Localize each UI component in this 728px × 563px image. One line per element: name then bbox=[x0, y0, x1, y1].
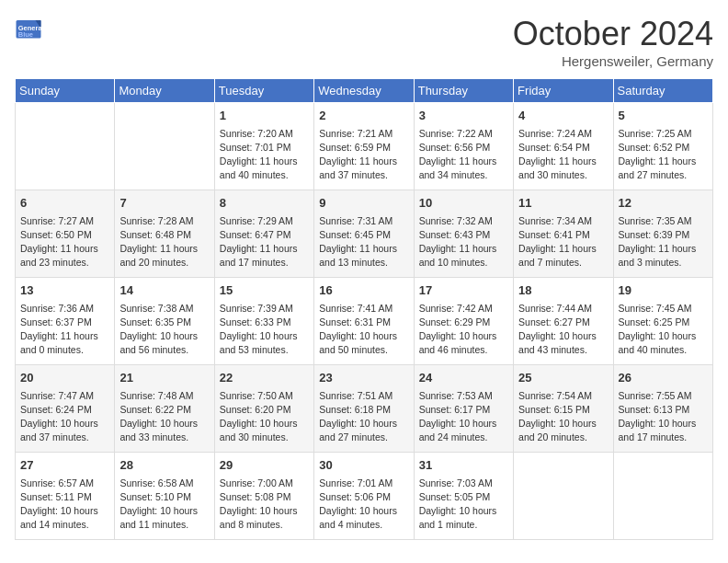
month-title: October 2024 bbox=[513, 15, 713, 53]
day-cell-19: 19Sunrise: 7:45 AMSunset: 6:25 PMDayligh… bbox=[613, 278, 712, 365]
day-cell-20: 20Sunrise: 7:47 AMSunset: 6:24 PMDayligh… bbox=[16, 365, 115, 453]
day-number-5: 5 bbox=[619, 107, 708, 125]
day-cell-18: 18Sunrise: 7:44 AMSunset: 6:27 PMDayligh… bbox=[514, 278, 613, 365]
day-number-8: 8 bbox=[220, 194, 309, 213]
weekday-wednesday: Wednesday bbox=[314, 79, 414, 103]
day-cell-17: 17Sunrise: 7:42 AMSunset: 6:29 PMDayligh… bbox=[414, 278, 513, 365]
week-row-2: 6Sunrise: 7:27 AMSunset: 6:50 PMDaylight… bbox=[16, 190, 713, 278]
calendar-header: SundayMondayTuesdayWednesdayThursdayFrid… bbox=[16, 79, 713, 103]
day-info-13: Sunrise: 7:36 AMSunset: 6:37 PMDaylight:… bbox=[20, 302, 109, 358]
day-cell-10: 10Sunrise: 7:32 AMSunset: 6:43 PMDayligh… bbox=[414, 190, 513, 278]
day-info-12: Sunrise: 7:35 AMSunset: 6:39 PMDaylight:… bbox=[619, 214, 708, 270]
day-number-25: 25 bbox=[518, 369, 608, 387]
page-header: General Blue October 2024 Hergensweiler,… bbox=[15, 15, 713, 69]
day-info-3: Sunrise: 7:22 AMSunset: 6:56 PMDaylight:… bbox=[419, 127, 508, 183]
day-cell-8: 8Sunrise: 7:29 AMSunset: 6:47 PMDaylight… bbox=[214, 190, 313, 278]
day-cell-11: 11Sunrise: 7:34 AMSunset: 6:41 PMDayligh… bbox=[514, 190, 613, 278]
day-cell-3: 3Sunrise: 7:22 AMSunset: 6:56 PMDaylight… bbox=[414, 103, 513, 190]
location: Hergensweiler, Germany bbox=[513, 53, 713, 69]
day-info-2: Sunrise: 7:21 AMSunset: 6:59 PMDaylight:… bbox=[319, 127, 408, 183]
day-number-18: 18 bbox=[518, 282, 608, 300]
day-cell-12: 12Sunrise: 7:35 AMSunset: 6:39 PMDayligh… bbox=[613, 190, 712, 278]
day-cell-9: 9Sunrise: 7:31 AMSunset: 6:45 PMDaylight… bbox=[314, 190, 414, 278]
day-number-30: 30 bbox=[319, 456, 408, 475]
weekday-header-row: SundayMondayTuesdayWednesdayThursdayFrid… bbox=[16, 79, 713, 103]
day-info-10: Sunrise: 7:32 AMSunset: 6:43 PMDaylight:… bbox=[419, 214, 508, 270]
day-cell-28: 28Sunrise: 6:58 AMSunset: 5:10 PMDayligh… bbox=[115, 453, 214, 540]
weekday-monday: Monday bbox=[115, 79, 214, 103]
weekday-saturday: Saturday bbox=[613, 79, 712, 103]
empty-cell bbox=[514, 453, 613, 540]
week-row-5: 27Sunrise: 6:57 AMSunset: 5:11 PMDayligh… bbox=[16, 453, 713, 540]
day-number-22: 22 bbox=[220, 369, 309, 387]
day-info-17: Sunrise: 7:42 AMSunset: 6:29 PMDaylight:… bbox=[419, 302, 508, 358]
day-info-14: Sunrise: 7:38 AMSunset: 6:35 PMDaylight:… bbox=[119, 302, 209, 358]
day-cell-4: 4Sunrise: 7:24 AMSunset: 6:54 PMDaylight… bbox=[514, 103, 613, 190]
day-cell-31: 31Sunrise: 7:03 AMSunset: 5:05 PMDayligh… bbox=[414, 453, 513, 540]
weekday-thursday: Thursday bbox=[414, 79, 513, 103]
day-info-23: Sunrise: 7:51 AMSunset: 6:18 PMDaylight:… bbox=[319, 389, 408, 445]
day-info-1: Sunrise: 7:20 AMSunset: 7:01 PMDaylight:… bbox=[220, 127, 309, 183]
day-number-29: 29 bbox=[220, 456, 309, 475]
day-number-2: 2 bbox=[319, 107, 408, 125]
day-info-29: Sunrise: 7:00 AMSunset: 5:08 PMDaylight:… bbox=[220, 477, 309, 533]
logo-icon: General Blue bbox=[15, 15, 42, 42]
day-info-18: Sunrise: 7:44 AMSunset: 6:27 PMDaylight:… bbox=[518, 302, 608, 358]
day-number-3: 3 bbox=[419, 107, 508, 125]
day-cell-6: 6Sunrise: 7:27 AMSunset: 6:50 PMDaylight… bbox=[16, 190, 115, 278]
day-number-11: 11 bbox=[518, 194, 608, 213]
weekday-sunday: Sunday bbox=[16, 79, 115, 103]
day-number-31: 31 bbox=[419, 456, 508, 475]
day-info-26: Sunrise: 7:55 AMSunset: 6:13 PMDaylight:… bbox=[619, 389, 708, 445]
day-info-24: Sunrise: 7:53 AMSunset: 6:17 PMDaylight:… bbox=[419, 389, 508, 445]
day-cell-23: 23Sunrise: 7:51 AMSunset: 6:18 PMDayligh… bbox=[314, 365, 414, 453]
day-number-13: 13 bbox=[20, 282, 109, 300]
day-info-28: Sunrise: 6:58 AMSunset: 5:10 PMDaylight:… bbox=[119, 477, 209, 533]
day-cell-22: 22Sunrise: 7:50 AMSunset: 6:20 PMDayligh… bbox=[214, 365, 313, 453]
day-info-19: Sunrise: 7:45 AMSunset: 6:25 PMDaylight:… bbox=[619, 302, 708, 358]
day-cell-13: 13Sunrise: 7:36 AMSunset: 6:37 PMDayligh… bbox=[16, 278, 115, 365]
empty-cell bbox=[16, 103, 115, 190]
day-cell-14: 14Sunrise: 7:38 AMSunset: 6:35 PMDayligh… bbox=[115, 278, 214, 365]
day-cell-21: 21Sunrise: 7:48 AMSunset: 6:22 PMDayligh… bbox=[115, 365, 214, 453]
day-cell-24: 24Sunrise: 7:53 AMSunset: 6:17 PMDayligh… bbox=[414, 365, 513, 453]
day-cell-27: 27Sunrise: 6:57 AMSunset: 5:11 PMDayligh… bbox=[16, 453, 115, 540]
day-info-15: Sunrise: 7:39 AMSunset: 6:33 PMDaylight:… bbox=[220, 302, 309, 358]
day-number-7: 7 bbox=[119, 194, 209, 213]
day-number-17: 17 bbox=[419, 282, 508, 300]
day-info-4: Sunrise: 7:24 AMSunset: 6:54 PMDaylight:… bbox=[518, 127, 608, 183]
day-cell-16: 16Sunrise: 7:41 AMSunset: 6:31 PMDayligh… bbox=[314, 278, 414, 365]
day-number-12: 12 bbox=[619, 194, 708, 213]
day-cell-25: 25Sunrise: 7:54 AMSunset: 6:15 PMDayligh… bbox=[514, 365, 613, 453]
day-number-4: 4 bbox=[518, 107, 608, 125]
day-info-11: Sunrise: 7:34 AMSunset: 6:41 PMDaylight:… bbox=[518, 214, 608, 270]
day-number-24: 24 bbox=[419, 369, 508, 387]
day-cell-2: 2Sunrise: 7:21 AMSunset: 6:59 PMDaylight… bbox=[314, 103, 414, 190]
calendar-body: 1Sunrise: 7:20 AMSunset: 7:01 PMDaylight… bbox=[16, 103, 713, 540]
week-row-1: 1Sunrise: 7:20 AMSunset: 7:01 PMDaylight… bbox=[16, 103, 713, 190]
day-info-25: Sunrise: 7:54 AMSunset: 6:15 PMDaylight:… bbox=[518, 389, 608, 445]
day-info-22: Sunrise: 7:50 AMSunset: 6:20 PMDaylight:… bbox=[220, 389, 309, 445]
title-block: October 2024 Hergensweiler, Germany bbox=[513, 15, 713, 69]
day-info-7: Sunrise: 7:28 AMSunset: 6:48 PMDaylight:… bbox=[119, 214, 209, 270]
day-number-27: 27 bbox=[20, 456, 109, 475]
day-number-10: 10 bbox=[419, 194, 508, 213]
week-row-4: 20Sunrise: 7:47 AMSunset: 6:24 PMDayligh… bbox=[16, 365, 713, 453]
empty-cell bbox=[115, 103, 214, 190]
day-info-16: Sunrise: 7:41 AMSunset: 6:31 PMDaylight:… bbox=[319, 302, 408, 358]
day-info-30: Sunrise: 7:01 AMSunset: 5:06 PMDaylight:… bbox=[319, 477, 408, 533]
weekday-friday: Friday bbox=[514, 79, 613, 103]
day-cell-30: 30Sunrise: 7:01 AMSunset: 5:06 PMDayligh… bbox=[314, 453, 414, 540]
day-cell-1: 1Sunrise: 7:20 AMSunset: 7:01 PMDaylight… bbox=[214, 103, 313, 190]
day-cell-7: 7Sunrise: 7:28 AMSunset: 6:48 PMDaylight… bbox=[115, 190, 214, 278]
day-number-9: 9 bbox=[319, 194, 408, 213]
day-info-27: Sunrise: 6:57 AMSunset: 5:11 PMDaylight:… bbox=[20, 477, 109, 533]
day-number-28: 28 bbox=[119, 456, 209, 475]
day-info-8: Sunrise: 7:29 AMSunset: 6:47 PMDaylight:… bbox=[220, 214, 309, 270]
day-number-19: 19 bbox=[619, 282, 708, 300]
logo: General Blue bbox=[15, 15, 42, 42]
day-number-21: 21 bbox=[119, 369, 209, 387]
day-number-15: 15 bbox=[220, 282, 309, 300]
day-number-26: 26 bbox=[619, 369, 708, 387]
weekday-tuesday: Tuesday bbox=[214, 79, 313, 103]
